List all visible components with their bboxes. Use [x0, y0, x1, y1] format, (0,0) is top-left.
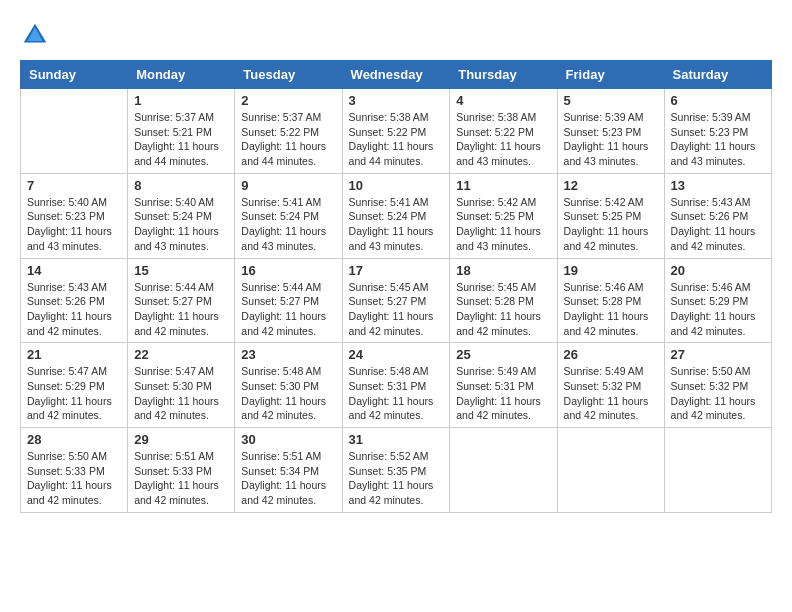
day-info: Sunrise: 5:42 AM Sunset: 5:25 PM Dayligh…: [456, 195, 550, 254]
calendar-week-row: 14Sunrise: 5:43 AM Sunset: 5:26 PM Dayli…: [21, 258, 772, 343]
day-info: Sunrise: 5:43 AM Sunset: 5:26 PM Dayligh…: [671, 195, 765, 254]
day-info: Sunrise: 5:38 AM Sunset: 5:22 PM Dayligh…: [349, 110, 444, 169]
day-number: 10: [349, 178, 444, 193]
calendar-cell: 1Sunrise: 5:37 AM Sunset: 5:21 PM Daylig…: [128, 89, 235, 174]
day-number: 16: [241, 263, 335, 278]
calendar-cell: 6Sunrise: 5:39 AM Sunset: 5:23 PM Daylig…: [664, 89, 771, 174]
calendar-cell: 21Sunrise: 5:47 AM Sunset: 5:29 PM Dayli…: [21, 343, 128, 428]
calendar-header-row: SundayMondayTuesdayWednesdayThursdayFrid…: [21, 61, 772, 89]
calendar-cell: 12Sunrise: 5:42 AM Sunset: 5:25 PM Dayli…: [557, 173, 664, 258]
calendar-cell: 4Sunrise: 5:38 AM Sunset: 5:22 PM Daylig…: [450, 89, 557, 174]
day-info: Sunrise: 5:51 AM Sunset: 5:34 PM Dayligh…: [241, 449, 335, 508]
weekday-header: Saturday: [664, 61, 771, 89]
day-info: Sunrise: 5:45 AM Sunset: 5:27 PM Dayligh…: [349, 280, 444, 339]
day-info: Sunrise: 5:46 AM Sunset: 5:28 PM Dayligh…: [564, 280, 658, 339]
calendar-cell: 10Sunrise: 5:41 AM Sunset: 5:24 PM Dayli…: [342, 173, 450, 258]
day-info: Sunrise: 5:44 AM Sunset: 5:27 PM Dayligh…: [241, 280, 335, 339]
day-info: Sunrise: 5:38 AM Sunset: 5:22 PM Dayligh…: [456, 110, 550, 169]
day-number: 11: [456, 178, 550, 193]
day-number: 29: [134, 432, 228, 447]
calendar-cell: 3Sunrise: 5:38 AM Sunset: 5:22 PM Daylig…: [342, 89, 450, 174]
calendar-table: SundayMondayTuesdayWednesdayThursdayFrid…: [20, 60, 772, 513]
day-number: 28: [27, 432, 121, 447]
day-info: Sunrise: 5:47 AM Sunset: 5:30 PM Dayligh…: [134, 364, 228, 423]
day-info: Sunrise: 5:43 AM Sunset: 5:26 PM Dayligh…: [27, 280, 121, 339]
day-number: 5: [564, 93, 658, 108]
day-info: Sunrise: 5:50 AM Sunset: 5:32 PM Dayligh…: [671, 364, 765, 423]
day-number: 6: [671, 93, 765, 108]
calendar-cell: 20Sunrise: 5:46 AM Sunset: 5:29 PM Dayli…: [664, 258, 771, 343]
day-number: 25: [456, 347, 550, 362]
day-number: 30: [241, 432, 335, 447]
calendar-cell: 22Sunrise: 5:47 AM Sunset: 5:30 PM Dayli…: [128, 343, 235, 428]
day-info: Sunrise: 5:47 AM Sunset: 5:29 PM Dayligh…: [27, 364, 121, 423]
day-number: 1: [134, 93, 228, 108]
calendar-cell: 11Sunrise: 5:42 AM Sunset: 5:25 PM Dayli…: [450, 173, 557, 258]
calendar-cell: 24Sunrise: 5:48 AM Sunset: 5:31 PM Dayli…: [342, 343, 450, 428]
calendar-cell: 2Sunrise: 5:37 AM Sunset: 5:22 PM Daylig…: [235, 89, 342, 174]
day-number: 18: [456, 263, 550, 278]
calendar-week-row: 28Sunrise: 5:50 AM Sunset: 5:33 PM Dayli…: [21, 428, 772, 513]
day-info: Sunrise: 5:37 AM Sunset: 5:22 PM Dayligh…: [241, 110, 335, 169]
day-number: 26: [564, 347, 658, 362]
calendar-cell: 14Sunrise: 5:43 AM Sunset: 5:26 PM Dayli…: [21, 258, 128, 343]
calendar-cell: 15Sunrise: 5:44 AM Sunset: 5:27 PM Dayli…: [128, 258, 235, 343]
day-number: 20: [671, 263, 765, 278]
weekday-header: Tuesday: [235, 61, 342, 89]
calendar-cell: 17Sunrise: 5:45 AM Sunset: 5:27 PM Dayli…: [342, 258, 450, 343]
day-number: 19: [564, 263, 658, 278]
day-info: Sunrise: 5:41 AM Sunset: 5:24 PM Dayligh…: [349, 195, 444, 254]
day-number: 9: [241, 178, 335, 193]
day-number: 8: [134, 178, 228, 193]
calendar-week-row: 1Sunrise: 5:37 AM Sunset: 5:21 PM Daylig…: [21, 89, 772, 174]
day-number: 23: [241, 347, 335, 362]
day-number: 2: [241, 93, 335, 108]
day-info: Sunrise: 5:40 AM Sunset: 5:24 PM Dayligh…: [134, 195, 228, 254]
day-info: Sunrise: 5:37 AM Sunset: 5:21 PM Dayligh…: [134, 110, 228, 169]
calendar-cell: 26Sunrise: 5:49 AM Sunset: 5:32 PM Dayli…: [557, 343, 664, 428]
day-number: 22: [134, 347, 228, 362]
day-info: Sunrise: 5:50 AM Sunset: 5:33 PM Dayligh…: [27, 449, 121, 508]
day-info: Sunrise: 5:42 AM Sunset: 5:25 PM Dayligh…: [564, 195, 658, 254]
calendar-cell: 25Sunrise: 5:49 AM Sunset: 5:31 PM Dayli…: [450, 343, 557, 428]
day-number: 31: [349, 432, 444, 447]
calendar-cell: 23Sunrise: 5:48 AM Sunset: 5:30 PM Dayli…: [235, 343, 342, 428]
calendar-cell: [664, 428, 771, 513]
calendar-cell: 5Sunrise: 5:39 AM Sunset: 5:23 PM Daylig…: [557, 89, 664, 174]
calendar-cell: 30Sunrise: 5:51 AM Sunset: 5:34 PM Dayli…: [235, 428, 342, 513]
day-number: 24: [349, 347, 444, 362]
day-info: Sunrise: 5:48 AM Sunset: 5:31 PM Dayligh…: [349, 364, 444, 423]
calendar-cell: 27Sunrise: 5:50 AM Sunset: 5:32 PM Dayli…: [664, 343, 771, 428]
day-number: 27: [671, 347, 765, 362]
day-info: Sunrise: 5:41 AM Sunset: 5:24 PM Dayligh…: [241, 195, 335, 254]
calendar-week-row: 21Sunrise: 5:47 AM Sunset: 5:29 PM Dayli…: [21, 343, 772, 428]
calendar-cell: 18Sunrise: 5:45 AM Sunset: 5:28 PM Dayli…: [450, 258, 557, 343]
day-number: 21: [27, 347, 121, 362]
calendar-cell: 29Sunrise: 5:51 AM Sunset: 5:33 PM Dayli…: [128, 428, 235, 513]
day-number: 12: [564, 178, 658, 193]
calendar-cell: 8Sunrise: 5:40 AM Sunset: 5:24 PM Daylig…: [128, 173, 235, 258]
day-info: Sunrise: 5:45 AM Sunset: 5:28 PM Dayligh…: [456, 280, 550, 339]
day-info: Sunrise: 5:49 AM Sunset: 5:31 PM Dayligh…: [456, 364, 550, 423]
day-info: Sunrise: 5:39 AM Sunset: 5:23 PM Dayligh…: [564, 110, 658, 169]
day-number: 3: [349, 93, 444, 108]
day-info: Sunrise: 5:48 AM Sunset: 5:30 PM Dayligh…: [241, 364, 335, 423]
page-header: [20, 20, 772, 50]
weekday-header: Sunday: [21, 61, 128, 89]
weekday-header: Wednesday: [342, 61, 450, 89]
calendar-cell: 28Sunrise: 5:50 AM Sunset: 5:33 PM Dayli…: [21, 428, 128, 513]
day-number: 7: [27, 178, 121, 193]
day-info: Sunrise: 5:52 AM Sunset: 5:35 PM Dayligh…: [349, 449, 444, 508]
calendar-week-row: 7Sunrise: 5:40 AM Sunset: 5:23 PM Daylig…: [21, 173, 772, 258]
day-info: Sunrise: 5:44 AM Sunset: 5:27 PM Dayligh…: [134, 280, 228, 339]
day-number: 14: [27, 263, 121, 278]
day-info: Sunrise: 5:39 AM Sunset: 5:23 PM Dayligh…: [671, 110, 765, 169]
day-number: 15: [134, 263, 228, 278]
weekday-header: Monday: [128, 61, 235, 89]
day-info: Sunrise: 5:40 AM Sunset: 5:23 PM Dayligh…: [27, 195, 121, 254]
logo-icon: [20, 20, 50, 50]
weekday-header: Friday: [557, 61, 664, 89]
day-number: 4: [456, 93, 550, 108]
calendar-cell: [21, 89, 128, 174]
calendar-cell: [450, 428, 557, 513]
